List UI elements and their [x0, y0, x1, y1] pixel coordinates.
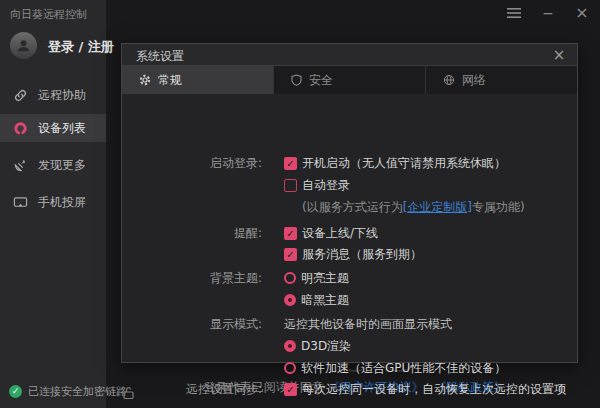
option-sync-remote-settings[interactable]: ✓ 每次远控同一设备时，自动恢复上次远控的设置项 — [284, 381, 566, 397]
sidebar-item-discover-more[interactable]: 发现更多 — [0, 151, 106, 179]
section-label-theme: 背景主题: — [122, 270, 262, 287]
option-dark-theme[interactable]: 暗黑主题 — [284, 292, 349, 308]
hint-suffix: 专属功能) — [472, 199, 525, 216]
sidebar-item-remote-assist[interactable]: 远程协助 — [0, 81, 106, 109]
tab-label: 安全 — [309, 72, 333, 89]
shield-icon — [291, 74, 302, 86]
hamburger-icon — [507, 7, 521, 19]
hint-prefix: (以服务方式运行为 — [302, 199, 403, 216]
avatar[interactable] — [10, 32, 37, 59]
checkbox-checked-icon[interactable]: ✓ — [284, 227, 297, 240]
tab-security[interactable]: 安全 — [274, 66, 426, 94]
globe-icon — [443, 74, 455, 86]
option-light-theme[interactable]: 明亮主题 — [284, 270, 349, 286]
sunflower-ring-icon — [12, 120, 28, 136]
system-settings-dialog: 系统设置 × 常规 安全 — [121, 43, 578, 363]
sidebar-item-label: 发现更多 — [38, 157, 86, 174]
option-label: 明亮主题 — [301, 270, 349, 287]
app-window: 向日葵远程控制 登录 / 注册 远程协助 设备列表 — [0, 0, 600, 408]
connection-status: ✓ 已连接安全加密链路 — [9, 384, 127, 399]
close-button[interactable]: × — [572, 4, 592, 22]
settings-tabs: 常规 安全 网络 — [122, 66, 577, 94]
satellite-icon — [12, 157, 28, 173]
minimize-button[interactable]: − — [538, 4, 558, 22]
option-label: 软件加速（适合GPU性能不佳的设备） — [301, 360, 506, 377]
dialog-title: 系统设置 — [136, 48, 184, 65]
option-label: 设备上线/下线 — [302, 225, 378, 242]
description-text: 远控其他设备时的画面显示模式 — [284, 316, 452, 333]
sidebar-item-label: 设备列表 — [38, 120, 86, 137]
menu-button[interactable] — [504, 4, 524, 22]
sidebar-item-phone-cast[interactable]: 手机投屏 — [0, 188, 106, 216]
tab-general[interactable]: 常规 — [122, 66, 274, 94]
auto-login-hint: (以服务方式运行为[企业定制版]专属功能) — [302, 199, 525, 215]
settings-general-panel: 启动登录: 提醒: 背景主题: 显示模式: 远控设置同步: ✓ 开机启动（无人值… — [122, 94, 577, 363]
screen-cast-icon — [12, 194, 28, 210]
checkbox-unchecked-icon[interactable] — [284, 179, 297, 192]
section-label-sync: 远控设置同步: — [122, 381, 262, 398]
user-icon — [16, 38, 31, 53]
checkbox-checked-icon[interactable]: ✓ — [284, 383, 297, 396]
option-d3d-render[interactable]: D3D渲染 — [284, 338, 351, 354]
option-software-acceleration[interactable]: 软件加速（适合GPU性能不佳的设备） — [284, 360, 506, 376]
checkbox-checked-icon[interactable]: ✓ — [284, 248, 297, 261]
radio-selected-icon[interactable] — [284, 340, 296, 352]
link-icon — [12, 87, 28, 103]
radio-selected-icon[interactable] — [284, 294, 296, 306]
radio-unselected-icon[interactable] — [284, 362, 296, 374]
sidebar-item-label: 远程协助 — [38, 87, 86, 104]
login-register-button[interactable]: 登录 / 注册 — [48, 38, 114, 56]
section-label-reminder: 提醒: — [122, 225, 262, 242]
option-label: 自动登录 — [302, 177, 350, 194]
tab-label: 网络 — [462, 72, 486, 89]
display-mode-description: 远控其他设备时的画面显示模式 — [284, 316, 452, 332]
sidebar: 向日葵远程控制 登录 / 注册 远程协助 设备列表 — [0, 0, 106, 408]
section-label-startup: 启动登录: — [122, 155, 262, 172]
app-title: 向日葵远程控制 — [10, 7, 87, 22]
sidebar-item-device-list[interactable]: 设备列表 — [0, 114, 106, 142]
option-service-message[interactable]: ✓ 服务消息（服务到期） — [284, 246, 422, 262]
option-boot-startup[interactable]: ✓ 开机启动（无人值守请禁用系统休眠） — [284, 155, 506, 171]
gear-icon — [139, 74, 151, 86]
sidebar-item-label: 手机投屏 — [38, 194, 86, 211]
status-text: 已连接安全加密链路 — [28, 384, 127, 399]
check-badge-icon: ✓ — [9, 385, 22, 398]
section-label-display-mode: 显示模式: — [122, 316, 262, 333]
tab-label: 常规 — [158, 72, 182, 89]
dialog-header: 系统设置 × — [122, 44, 577, 66]
option-label: 每次远控同一设备时，自动恢复上次远控的设置项 — [302, 381, 566, 398]
enterprise-edition-link[interactable]: [企业定制版] — [403, 199, 472, 216]
option-device-online-offline[interactable]: ✓ 设备上线/下线 — [284, 225, 378, 241]
radio-unselected-icon[interactable] — [284, 272, 296, 284]
dialog-close-button[interactable]: × — [549, 45, 569, 65]
tab-network[interactable]: 网络 — [426, 66, 577, 94]
option-auto-login[interactable]: 自动登录 — [284, 177, 350, 193]
option-label: 开机启动（无人值守请禁用系统休眠） — [302, 155, 506, 172]
option-label: 服务消息（服务到期） — [302, 246, 422, 263]
option-label: D3D渲染 — [301, 338, 351, 355]
option-label: 暗黑主题 — [301, 292, 349, 309]
window-controls: − × — [504, 4, 592, 22]
checkbox-checked-icon[interactable]: ✓ — [284, 157, 297, 170]
